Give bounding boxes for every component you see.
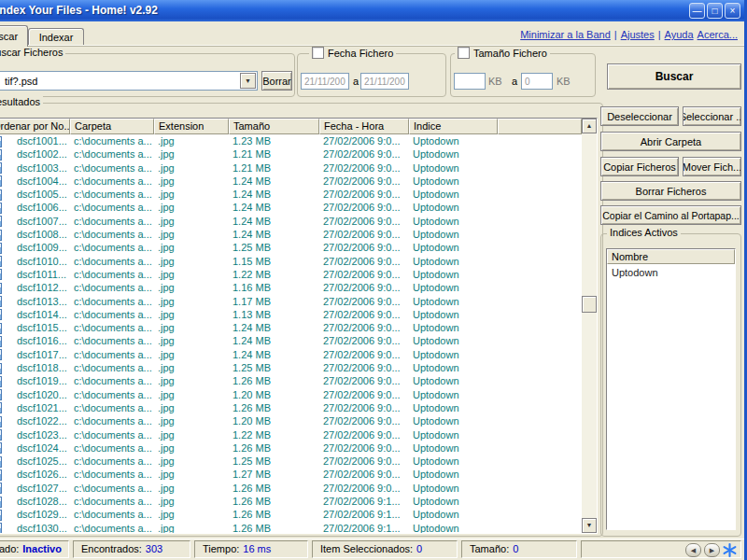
table-row[interactable]: dscf1003...c:\documents a....jpg1.21 MB2… xyxy=(0,161,582,175)
table-row[interactable]: dscf1019...c:\documents a....jpg1.26 MB2… xyxy=(0,374,582,387)
table-cell: .jpg xyxy=(154,321,229,334)
nav-next-icon[interactable]: ▶ xyxy=(704,543,720,557)
table-row[interactable]: dscf1018...c:\documents a....jpg1.25 MB2… xyxy=(0,361,582,374)
table-row[interactable]: dscf1001...c:\documents a....jpg1.23 MB2… xyxy=(0,134,582,147)
table-cell: Uptodown xyxy=(409,508,498,521)
scrollbar-thumb[interactable] xyxy=(582,296,597,313)
chevron-down-icon[interactable]: ▼ xyxy=(240,73,256,89)
minimize-button[interactable]: — xyxy=(689,3,705,19)
table-cell xyxy=(498,455,582,468)
column-header-folder[interactable]: Carpeta xyxy=(70,119,154,134)
table-row[interactable]: dscf1017...c:\documents a....jpg1.24 MB2… xyxy=(0,348,582,361)
scroll-up-icon[interactable]: ▲ xyxy=(582,119,597,133)
clear-button[interactable]: Borrar xyxy=(261,71,292,91)
table-row[interactable]: dscf1021...c:\documents a....jpg1.26 MB2… xyxy=(0,401,582,414)
table-cell: c:\documents a... xyxy=(70,334,154,347)
table-row[interactable]: dscf1002...c:\documents a....jpg1.21 MB2… xyxy=(0,147,582,161)
date-from-field[interactable] xyxy=(301,73,349,90)
status-found-label: Encontrados: xyxy=(81,543,142,554)
search-button[interactable]: Buscar xyxy=(607,63,741,90)
column-header-index[interactable]: Indice xyxy=(409,119,498,134)
column-header-date[interactable]: Fecha - Hora xyxy=(319,119,409,134)
table-row[interactable]: dscf1004...c:\documents a....jpg1.24 MB2… xyxy=(0,175,582,188)
table-row[interactable]: dscf1023...c:\documents a....jpg1.22 MB2… xyxy=(0,428,582,441)
deselect-button[interactable]: Deseleccionar xyxy=(600,106,679,126)
table-row[interactable]: dscf1012...c:\documents a....jpg1.16 MB2… xyxy=(0,281,582,294)
tab-buscar[interactable]: Buscar xyxy=(0,25,28,47)
table-row[interactable]: dscf1011...c:\documents a....jpg1.22 MB2… xyxy=(0,268,582,281)
size-from-field[interactable] xyxy=(454,73,486,90)
nav-prev-icon[interactable]: ◀ xyxy=(685,543,701,557)
copy-path-button[interactable]: Copiar el Camino al Portapap... xyxy=(600,205,741,225)
search-pattern-combo[interactable]: ▼ xyxy=(0,71,258,91)
table-cell: 1.25 MB xyxy=(229,241,319,254)
file-name-cell: dscf1022... xyxy=(0,414,70,427)
table-row[interactable]: dscf1030...c:\documents a....jpg1.26 MB2… xyxy=(0,522,582,533)
open-folder-button[interactable]: Abrir Carpeta xyxy=(600,132,741,151)
delete-files-button[interactable]: Borrar Ficheros xyxy=(600,181,741,201)
table-cell: .jpg xyxy=(154,348,229,361)
link-about[interactable]: Acerca... xyxy=(698,29,738,40)
link-minimize-tray[interactable]: Minimizar a la Band xyxy=(520,29,611,40)
table-cell xyxy=(498,428,582,441)
column-header-size[interactable]: Tamaño xyxy=(229,119,319,134)
link-separator: | xyxy=(658,29,661,40)
table-row[interactable]: dscf1013...c:\documents a....jpg1.17 MB2… xyxy=(0,295,582,308)
table-row[interactable]: dscf1025...c:\documents a....jpg1.25 MB2… xyxy=(0,455,582,468)
link-help[interactable]: Ayuda xyxy=(665,29,694,40)
column-header-name[interactable]: Ordenar por No... xyxy=(0,119,70,134)
table-row[interactable]: dscf1027...c:\documents a....jpg1.26 MB2… xyxy=(0,482,582,495)
table-cell: 27/02/2006 9:0... xyxy=(319,161,409,175)
scroll-down-icon[interactable]: ▼ xyxy=(582,518,597,533)
link-settings[interactable]: Ajustes xyxy=(621,29,655,40)
table-row[interactable]: dscf1006...c:\documents a....jpg1.24 MB2… xyxy=(0,201,582,214)
select-button[interactable]: Seleccionar ... xyxy=(683,106,741,126)
copy-files-button[interactable]: Copiar Ficheros xyxy=(600,157,679,176)
table-row[interactable]: dscf1015...c:\documents a....jpg1.24 MB2… xyxy=(0,321,582,334)
app-window: Index Your Files - Home! v2.92 — □ × Bus… xyxy=(0,0,747,560)
table-row[interactable]: dscf1007...c:\documents a....jpg1.24 MB2… xyxy=(0,215,582,228)
table-cell: Uptodown xyxy=(409,308,498,321)
table-row[interactable]: dscf1014...c:\documents a....jpg1.13 MB2… xyxy=(0,308,582,321)
table-row[interactable]: dscf1028...c:\documents a....jpg1.26 MB2… xyxy=(0,495,582,508)
search-pattern-input[interactable] xyxy=(0,72,257,90)
table-row[interactable]: dscf1020...c:\documents a....jpg1.20 MB2… xyxy=(0,388,582,401)
results-scrollbar[interactable]: ▲ ▼ xyxy=(582,119,597,533)
index-list-item[interactable]: Uptodown xyxy=(607,264,735,281)
table-cell: c:\documents a... xyxy=(70,482,154,495)
table-cell: Uptodown xyxy=(409,455,498,468)
status-selected-value: 0 xyxy=(416,543,422,554)
column-header-extension[interactable]: Extension xyxy=(154,119,229,134)
table-row[interactable]: dscf1022...c:\documents a....jpg1.20 MB2… xyxy=(0,414,582,427)
table-row[interactable]: dscf1016...c:\documents a....jpg1.24 MB2… xyxy=(0,334,582,347)
table-cell xyxy=(498,188,582,201)
file-icon xyxy=(0,349,2,360)
table-cell: 1.22 MB xyxy=(229,268,319,281)
table-cell xyxy=(498,255,582,268)
tab-indexar[interactable]: Indexar xyxy=(28,28,84,47)
size-to-field[interactable] xyxy=(521,73,553,90)
file-icon xyxy=(0,363,2,374)
date-filter-checkbox[interactable] xyxy=(312,47,324,59)
date-to-field[interactable] xyxy=(360,73,409,90)
table-cell: 1.22 MB xyxy=(229,428,319,441)
snowflake-icon[interactable] xyxy=(723,543,737,557)
table-cell: Uptodown xyxy=(409,201,498,214)
table-row[interactable]: dscf1005...c:\documents a....jpg1.24 MB2… xyxy=(0,188,582,201)
close-button[interactable]: × xyxy=(725,3,740,19)
indices-column-header[interactable]: Nombre xyxy=(607,249,735,264)
table-row[interactable]: dscf1009...c:\documents a....jpg1.25 MB2… xyxy=(0,241,582,254)
table-row[interactable]: dscf1008...c:\documents a....jpg1.24 MB2… xyxy=(0,228,582,241)
maximize-button[interactable]: □ xyxy=(707,3,723,19)
table-row[interactable]: dscf1024...c:\documents a....jpg1.26 MB2… xyxy=(0,441,582,455)
table-cell: .jpg xyxy=(154,295,229,308)
size-filter-checkbox[interactable] xyxy=(458,47,470,59)
table-row[interactable]: dscf1026...c:\documents a....jpg1.27 MB2… xyxy=(0,468,582,481)
table-row[interactable]: dscf1010...c:\documents a....jpg1.15 MB2… xyxy=(0,255,582,268)
table-cell: 27/02/2006 9:1... xyxy=(319,508,409,521)
table-row[interactable]: dscf1029...c:\documents a....jpg1.26 MB2… xyxy=(0,508,582,521)
file-name-cell: dscf1024... xyxy=(0,441,70,455)
size-filter-label: Tamaño Fichero xyxy=(473,48,547,59)
move-files-button[interactable]: Mover Fich... xyxy=(683,157,741,176)
table-cell: c:\documents a... xyxy=(70,468,154,481)
